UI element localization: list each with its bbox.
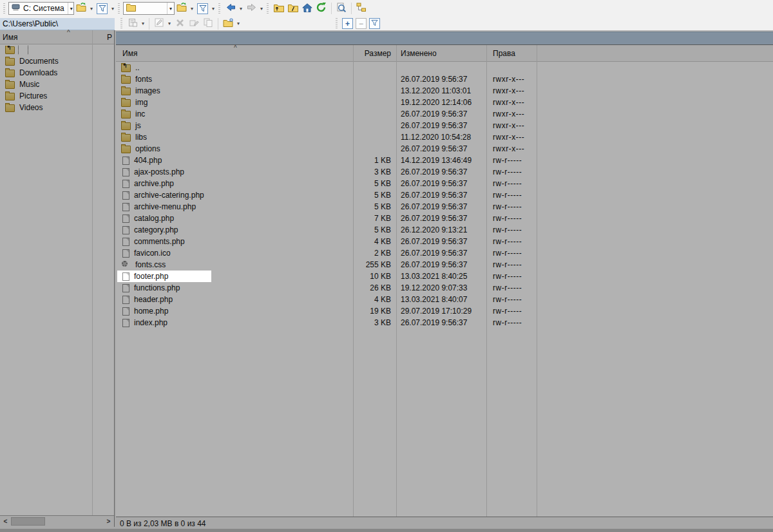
file-row[interactable]: .. [116,62,773,73]
tab-filter-button[interactable] [369,18,380,29]
left-column-header-name[interactable]: Имя [3,33,17,42]
new-folder-icon [223,18,234,30]
list-item[interactable] [0,44,114,55]
scrollbar-thumb[interactable] [11,517,45,526]
file-row[interactable]: fonts 26.07.2019 9:56:37 rwxr-x--- [116,73,773,85]
file-name: inc [135,109,145,119]
file-row[interactable]: functions.php 26 KB 19.12.2020 9:07:33 r… [116,282,773,294]
scroll-left-arrow[interactable]: < [0,518,11,525]
dropdown-arrow-icon[interactable]: ▾ [166,21,173,26]
dropdown-arrow-icon[interactable]: ▾ [189,6,195,12]
file-row[interactable]: archive-catering.php 5 KB 26.07.2019 9:5… [116,189,773,201]
file-type-icon [121,64,131,72]
list-item[interactable]: Downloads [0,67,114,79]
right-drive-selector[interactable]: ▾ [123,2,175,15]
left-filter-button[interactable] [95,1,110,15]
rename-button[interactable] [187,17,201,31]
column-header-name[interactable]: Имя [122,49,137,58]
scroll-right-arrow[interactable]: > [103,518,114,525]
file-permissions: rwxr-x--- [486,98,524,107]
file-permissions: rwxr-x--- [486,86,524,95]
column-header-size[interactable]: Размер [353,49,391,58]
folder-icon [126,3,136,14]
list-item[interactable]: Videos [0,102,114,113]
file-row[interactable]: fonts.css 255 KB 26.07.2019 9:56:37 rw-r… [116,259,773,271]
refresh-button[interactable] [314,1,329,15]
file-type-icon [122,168,129,176]
column-header-modified[interactable]: Изменено [401,49,437,58]
list-item[interactable]: Documents [0,55,114,67]
file-row[interactable]: favicon.ico 2 KB 26.07.2019 9:56:37 rw-r… [116,247,773,259]
folder-root-button[interactable] [286,1,300,15]
folder-tree-button[interactable] [354,1,368,15]
edit-button[interactable] [152,17,166,31]
file-row[interactable]: inc 26.07.2019 9:56:37 rwxr-x--- [116,108,773,120]
file-type-icon [121,261,131,269]
file-row[interactable]: comments.php 4 KB 26.07.2019 9:56:37 rw-… [116,236,773,247]
file-row[interactable]: home.php 19 KB 29.07.2019 17:10:29 rw-r-… [116,305,773,317]
item-name: Music [19,80,39,89]
delete-button[interactable] [173,17,187,31]
dropdown-arrow-icon[interactable]: ▾ [210,6,216,12]
list-item[interactable]: Pictures [0,90,114,102]
file-modified: 26.07.2019 9:56:37 [396,202,486,211]
paste-button[interactable] [126,17,140,31]
file-row[interactable]: 404.php 1 KB 14.12.2019 13:46:49 rw-r---… [116,155,773,166]
right-path-bar[interactable] [116,32,773,44]
add-tab-button[interactable]: + [342,18,353,29]
dropdown-arrow-icon[interactable]: ▾ [110,6,116,12]
dropdown-arrow-icon[interactable]: ▾ [167,3,174,14]
quick-view-button[interactable] [334,1,348,15]
file-row[interactable]: libs 11.12.2020 10:54:28 rwxr-x--- [116,131,773,143]
dropdown-arrow-icon[interactable]: ▾ [235,21,242,26]
right-folder-history-button[interactable] [175,1,189,15]
file-modified: 26.07.2019 9:56:37 [396,167,486,176]
file-row[interactable]: header.php 4 KB 13.03.2021 8:40:07 rw-r-… [116,294,773,305]
remove-tab-button[interactable]: − [356,18,367,29]
file-row[interactable]: options 26.07.2019 9:56:37 rwxr-x--- [116,143,773,155]
preview-magnifier-icon [336,3,347,15]
back-button[interactable] [224,1,238,15]
file-row[interactable]: catalog.php 7 KB 26.07.2019 9:56:37 rw-r… [116,213,773,224]
file-row[interactable]: footer.php 10 KB 13.03.2021 8:40:25 rw-r… [116,271,773,282]
right-filter-button[interactable] [195,1,210,15]
dropdown-arrow-icon[interactable]: ▾ [140,21,146,26]
file-modified: 26.07.2019 9:56:37 [396,75,486,84]
dropdown-arrow-icon[interactable]: ▾ [258,6,265,12]
forward-button[interactable] [244,1,258,15]
left-folder-history-button[interactable] [74,1,88,15]
dropdown-arrow-icon[interactable]: ▾ [238,6,244,12]
file-permissions: rwxr-x--- [486,109,524,119]
secondary-toolbar-row: C:\Users\Public\ ▾ ▾ ▾ + − [0,17,773,30]
file-name: archive.php [134,179,174,188]
column-header-permissions[interactable]: Права [493,49,515,58]
sort-ascending-icon: ^ [67,29,70,36]
copy-button[interactable] [201,17,215,31]
toolbar-grip [336,18,338,29]
file-row[interactable]: category.php 5 KB 26.12.2020 9:13:21 rw-… [116,224,773,236]
open-folder-icon [177,3,187,14]
file-row[interactable]: archive-menu.php 5 KB 26.07.2019 9:56:37… [116,201,773,213]
new-folder-button[interactable] [221,17,235,31]
file-modified: 26.07.2019 9:56:37 [396,191,486,200]
file-type-icon [5,46,15,54]
left-drive-selector[interactable]: C: Система ▾ [8,2,74,15]
file-row[interactable]: images 13.12.2020 11:03:01 rwxr-x--- [116,85,773,97]
toolbar-grip [120,18,122,29]
dropdown-arrow-icon[interactable]: ▾ [88,6,95,12]
file-row[interactable]: img 19.12.2020 12:14:06 rwxr-x--- [116,97,773,108]
horizontal-scrollbar[interactable]: < > [0,515,114,527]
file-row[interactable]: js 26.07.2019 9:56:37 rwxr-x--- [116,120,773,131]
folder-up-button[interactable] [272,1,286,15]
list-item[interactable]: Music [0,79,114,90]
file-size: 3 KB [353,318,396,327]
left-column-header-size[interactable]: Р [107,33,112,42]
file-type-icon [5,93,15,100]
left-path-bar[interactable]: C:\Users\Public\ [0,18,115,30]
file-row[interactable]: ajax-posts.php 3 KB 26.07.2019 9:56:37 r… [116,166,773,178]
home-button[interactable] [300,1,314,15]
file-row[interactable]: index.php 3 KB 26.07.2019 9:56:37 rw-r--… [116,317,773,328]
toolbar-grip [118,3,120,14]
file-size: 5 KB [353,202,396,211]
file-row[interactable]: archive.php 5 KB 26.07.2019 9:56:37 rw-r… [116,178,773,189]
